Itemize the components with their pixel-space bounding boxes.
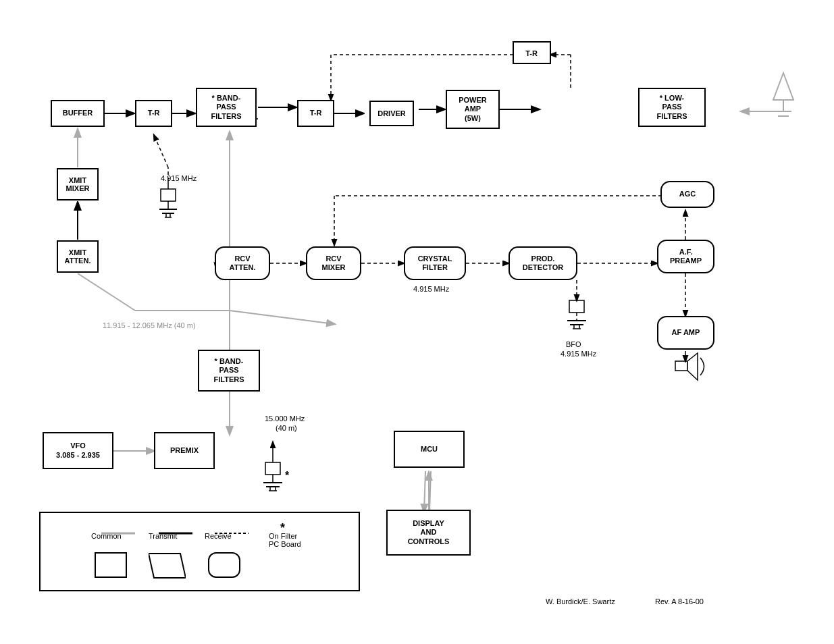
xmit-mixer-block: XMIT MIXER	[51, 167, 105, 201]
svg-line-65	[424, 471, 425, 512]
agc-block: AGC	[660, 181, 714, 208]
tr2-block: T-R	[297, 100, 334, 127]
af-amp-block: AF AMP	[657, 316, 714, 350]
svg-text:*: *	[285, 470, 290, 481]
svg-rect-49	[265, 462, 280, 475]
rcv-atten-block: RCV ATTEN.	[215, 246, 270, 280]
legend-box: * Common Transmit Receive On FilterPC Bo…	[39, 512, 360, 591]
svg-rect-31	[161, 189, 176, 201]
svg-marker-0	[773, 73, 793, 100]
rcv-mixer-block: RCV MIXER	[306, 246, 361, 280]
svg-line-61	[78, 273, 135, 311]
svg-rect-68	[513, 42, 550, 63]
bfo-freq-label: 4.915 MHz	[561, 350, 596, 358]
lowpass-block: * LOW- PASS FILTERS	[638, 88, 706, 127]
prod-detector-block: PROD. DETECTOR	[509, 246, 577, 280]
svg-rect-41	[569, 300, 584, 313]
svg-line-63	[230, 311, 334, 324]
legend-onfilter: On FilterPC Board	[269, 532, 301, 548]
svg-line-66	[429, 471, 431, 512]
xmit-atten-block: XMIT ATTEN.	[51, 240, 105, 273]
bandpass1-block: * BAND- PASS FILTERS	[196, 88, 257, 127]
svg-marker-27	[687, 353, 698, 380]
svg-marker-76	[149, 554, 186, 578]
display-controls-block: DISPLAY AND CONTROLS	[386, 510, 471, 556]
svg-line-40	[154, 135, 168, 167]
crystal-filter-block: CRYSTAL FILTER	[404, 246, 466, 280]
legend-receive: Receive	[205, 532, 232, 540]
af-preamp-block: A.F. PREAMP	[657, 240, 714, 273]
freq4b-label: (40 m)	[276, 424, 297, 432]
bfo-label: BFO	[566, 340, 581, 348]
rev-label: Rev. A 8-16-00	[655, 597, 704, 606]
mcu-block: MCU	[394, 431, 465, 468]
buffer-block: BUFFER	[51, 100, 105, 127]
bandpass2-block: * BAND- PASS FILTERS	[198, 350, 260, 392]
legend-rounded	[208, 552, 240, 578]
range-label: 11.915 - 12.065 MHz (40 m)	[103, 321, 196, 329]
legend-rect	[95, 552, 127, 578]
poweramp-block: POWER AMP (5W)	[446, 90, 500, 129]
svg-text:T-R: T-R	[525, 49, 538, 57]
svg-rect-26	[675, 361, 687, 371]
driver-block: DRIVER	[365, 100, 419, 127]
author-label: W. Burdick/E. Swartz	[546, 597, 615, 606]
freq4-label: 15.000 MHz	[265, 414, 305, 423]
tr1-block: T-R	[135, 100, 172, 127]
freq2-label: 4.915 MHz	[413, 285, 449, 293]
freq1-label: 4.915 MHz	[161, 174, 197, 182]
legend-parallelogram	[149, 552, 186, 582]
legend-transmit: Transmit	[149, 532, 177, 540]
vfo-block: VFO 3.085 - 2.935	[43, 432, 113, 469]
premix-block: PREMIX	[154, 432, 215, 469]
legend-common: Common	[91, 532, 122, 540]
